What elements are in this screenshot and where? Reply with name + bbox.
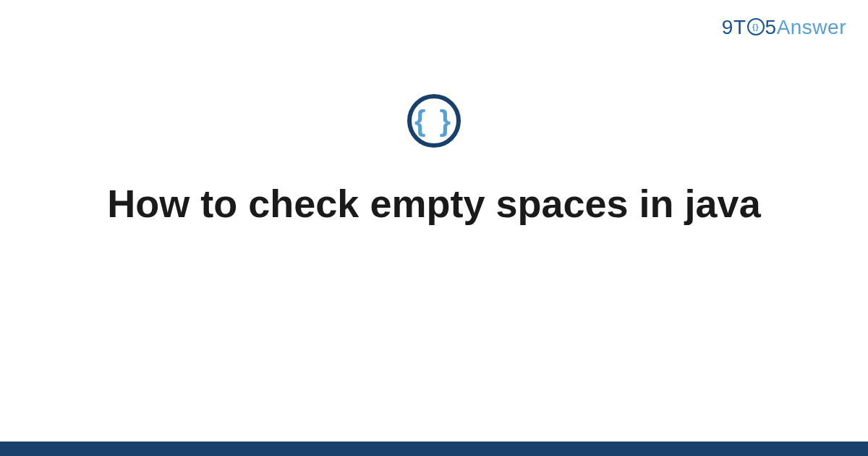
logo-text-5: 5 (765, 16, 777, 39)
page-title: How to check empty spaces in java (78, 178, 789, 229)
logo-text-9t: 9T (722, 16, 746, 39)
logo-o-icon: {} (747, 18, 765, 35)
footer-accent-bar (0, 442, 868, 456)
logo-text-answer: Answer (777, 16, 846, 39)
category-code-icon: { } (407, 94, 461, 148)
logo-o-braces: {} (752, 23, 760, 31)
brand-logo: 9T {} 5 Answer (722, 16, 846, 39)
main-content: { } How to check empty spaces in java (0, 94, 868, 229)
code-braces-icon: { } (414, 106, 454, 135)
